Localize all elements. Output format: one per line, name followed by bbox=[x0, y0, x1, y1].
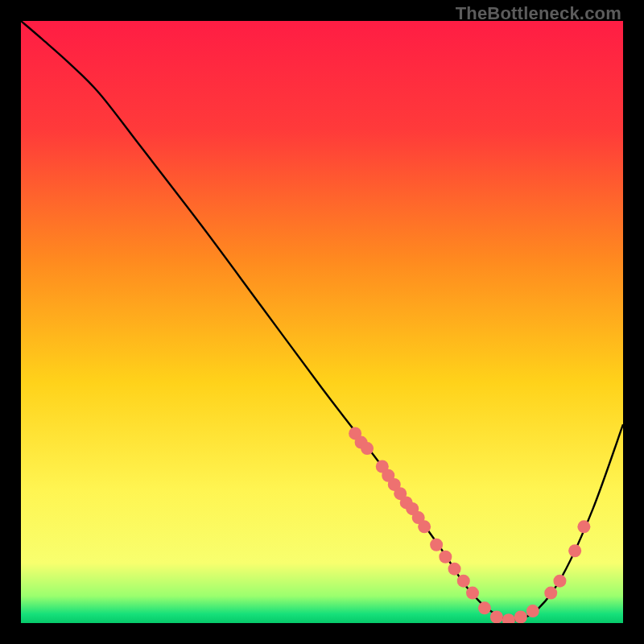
highlight-point bbox=[553, 575, 566, 588]
highlight-point bbox=[439, 551, 452, 564]
gradient-background bbox=[21, 21, 623, 623]
highlight-point bbox=[418, 520, 431, 533]
highlight-point bbox=[448, 563, 461, 576]
bottleneck-chart bbox=[21, 21, 623, 623]
highlight-point bbox=[490, 611, 503, 623]
highlight-point bbox=[361, 442, 374, 455]
highlight-point bbox=[430, 539, 443, 551]
highlight-point bbox=[457, 575, 470, 588]
highlight-point bbox=[478, 601, 491, 614]
highlight-point bbox=[568, 544, 581, 557]
highlight-point bbox=[577, 520, 590, 533]
highlight-point bbox=[514, 611, 527, 623]
highlight-point bbox=[544, 587, 557, 600]
highlight-point bbox=[526, 605, 539, 617]
highlight-point bbox=[466, 587, 479, 600]
chart-frame bbox=[21, 21, 623, 623]
